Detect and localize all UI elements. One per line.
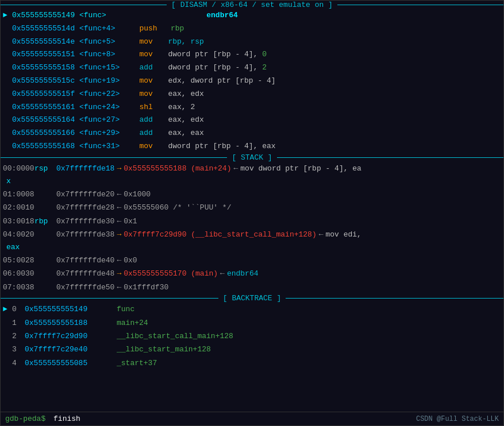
disasm-row: 0x55555555515f <func+22> mov eax, edx bbox=[1, 88, 503, 101]
stack-arrow-right: → bbox=[117, 229, 121, 241]
bt-addr: 0x555555555188 bbox=[25, 317, 117, 329]
bt-no-arrow bbox=[3, 330, 12, 342]
no-arrow bbox=[3, 127, 12, 140]
bt-sym: main+24 bbox=[117, 317, 148, 329]
stack-addr: 0x7ffffffde40 bbox=[56, 254, 114, 266]
stack-label: [ STACK ] bbox=[227, 153, 276, 162]
disasm-addr: 0x555555555161 <func+24> bbox=[12, 102, 121, 114]
stack-reg bbox=[34, 254, 56, 266]
stack-addr: 0x7ffffffde50 bbox=[56, 281, 114, 293]
stack-row: 05:0028 0x7ffffffde40 ← 0x0 bbox=[1, 254, 503, 267]
disasm-operands: rbp bbox=[157, 23, 184, 35]
disasm-header: [ DISASM / x86-64 / set emulate on ] bbox=[1, 1, 503, 9]
current-arrow: ► bbox=[3, 10, 12, 22]
stack-val: 0x1fffdf30 bbox=[124, 281, 168, 293]
stack-row-continued: eax bbox=[1, 241, 503, 253]
stack-row: 07:0038 0x7ffffffde50 ← 0x1fffdf30 bbox=[1, 281, 503, 294]
disasm-row: 0x555555555151 <func+8> mov dword ptr [r… bbox=[1, 48, 503, 61]
no-arrow bbox=[3, 88, 12, 100]
disasm-row: 0x55555555514e <func+5> mov rbp, rsp bbox=[1, 36, 503, 49]
stack-arrow-left: ← bbox=[117, 254, 121, 266]
disasm-row: 0x555555555158 <func+15> add dword ptr [… bbox=[1, 61, 503, 75]
stack-index: 00:0000 bbox=[3, 162, 34, 175]
disasm-row: ► 0x555555555149 <func> endbr64 bbox=[1, 9, 503, 22]
stack-section: 00:0000 rsp 0x7ffffffde18 → 0x5555555551… bbox=[1, 162, 503, 294]
disasm-mnemonic: mov bbox=[126, 141, 155, 153]
stack-addr: 0x7ffffffde18 bbox=[56, 162, 114, 175]
bt-no-arrow bbox=[3, 343, 12, 355]
stack-row: 06:0030 0x7ffffffde48 → 0x555555555170 (… bbox=[1, 267, 503, 280]
stack-row: 02:0010 0x7ffffffde28 ← 0x55555060 /* '`… bbox=[1, 201, 503, 214]
stack-arrow-left: ← bbox=[117, 281, 121, 293]
stack-arrow-right: → bbox=[117, 162, 121, 175]
disasm-row: 0x555555555161 <func+24> shl eax, 2 bbox=[1, 101, 503, 114]
backtrace-section: ► 0 0x555555555149 func 1 0x555555555188… bbox=[1, 303, 503, 370]
bt-sym: __libc_start_call_main+128 bbox=[117, 330, 233, 342]
disasm-row: 0x55555555514d <func+4> push rbp bbox=[1, 22, 503, 36]
stack-val: 0x1000 bbox=[124, 188, 151, 200]
no-arrow bbox=[3, 36, 12, 48]
stack-reg bbox=[34, 268, 56, 280]
disasm-row: 0x555555555164 <func+27> add eax, edx bbox=[1, 114, 503, 127]
disasm-operands: eax, edx bbox=[155, 88, 204, 100]
bt-num: 1 bbox=[12, 317, 25, 329]
disasm-addr: 0x555555555166 <func+29> bbox=[12, 127, 121, 140]
stack-addr: 0x7ffffffde20 bbox=[56, 188, 114, 200]
no-arrow bbox=[3, 141, 12, 153]
disasm-mnemonic: add bbox=[126, 127, 155, 140]
bt-sym: __libc_start_main+128 bbox=[117, 343, 211, 355]
backtrace-header: [ BACKTRACE ] bbox=[1, 294, 503, 303]
disasm-addr: 0x555555555151 <func+8> bbox=[12, 49, 121, 61]
bt-addr: 0x7ffff7c29e40 bbox=[25, 343, 117, 355]
disasm-addr: 0x555555555158 <func+15> bbox=[12, 62, 121, 74]
watermark: CSDN @Full Stack-LLK bbox=[416, 415, 499, 423]
disasm-addr: 0x55555555515f <func+22> bbox=[12, 88, 121, 100]
disasm-mnemonic: mov bbox=[126, 49, 155, 61]
disasm-operands: edx, dword ptr [rbp - 4] bbox=[155, 75, 276, 87]
stack-addr: 0x7ffffffde30 bbox=[56, 215, 114, 227]
stack-comment: endbr64 bbox=[227, 268, 259, 280]
disasm-addr: 0x55555555515c <func+19> bbox=[12, 75, 121, 87]
disasm-addr: 0x555555555164 <func+27> bbox=[12, 114, 121, 126]
stack-arrow-left: ← bbox=[319, 229, 324, 241]
disasm-mnemonic: mov bbox=[126, 75, 155, 87]
disasm-row: 0x55555555515c <func+19> mov edx, dword … bbox=[1, 75, 503, 88]
bt-num: 3 bbox=[12, 343, 25, 355]
bt-row: 3 0x7ffff7c29e40 __libc_start_main+128 bbox=[1, 343, 503, 356]
stack-index: 01:0008 bbox=[3, 188, 34, 200]
terminal: [ DISASM / x86-64 / set emulate on ] ► 0… bbox=[0, 0, 504, 426]
stack-val: 0x0 bbox=[124, 254, 137, 266]
no-arrow bbox=[3, 23, 12, 35]
disasm-operands: dword ptr [rbp - 4], 2 bbox=[155, 62, 267, 74]
no-arrow bbox=[3, 49, 12, 61]
disasm-mnemonic: mov bbox=[126, 36, 155, 48]
disasm-mnemonic: push bbox=[126, 23, 157, 35]
stack-continued: eax bbox=[6, 243, 20, 251]
stack-val: 0x55555060 /* '``PUU' */ bbox=[124, 202, 231, 214]
disasm-section: ► 0x555555555149 <func> endbr64 0x555555… bbox=[1, 9, 503, 153]
stack-reg bbox=[34, 188, 56, 200]
disasm-operands: eax, 2 bbox=[155, 102, 195, 114]
no-arrow bbox=[3, 102, 12, 114]
disasm-addr: 0x555555555168 <func+31> bbox=[12, 141, 121, 153]
bt-row: 1 0x555555555188 main+24 bbox=[1, 316, 503, 330]
stack-arrow-left: ← bbox=[117, 215, 121, 227]
bt-row: ► 0 0x555555555149 func bbox=[1, 303, 503, 316]
bt-current-arrow: ► bbox=[3, 303, 12, 315]
disasm-operands: eax, eax bbox=[155, 127, 204, 140]
stack-row: 00:0000 rsp 0x7ffffffde18 → 0x5555555551… bbox=[1, 162, 503, 175]
stack-reg bbox=[34, 229, 56, 241]
stack-addr: 0x7ffffffde48 bbox=[56, 268, 114, 280]
disasm-row: 0x555555555166 <func+29> add eax, eax bbox=[1, 127, 503, 140]
bt-addr: 0x555555555149 bbox=[25, 303, 117, 315]
stack-continued: x bbox=[6, 177, 11, 185]
disasm-mnemonic: mov bbox=[126, 88, 155, 100]
disasm-mnemonic: endbr64 bbox=[121, 10, 238, 22]
stack-reg bbox=[34, 202, 56, 214]
disasm-mnemonic: shl bbox=[126, 102, 155, 114]
bt-sym: _start+37 bbox=[117, 357, 157, 369]
stack-val: 0x7ffff7c29d90 (__libc_start_call_main+1… bbox=[124, 229, 316, 241]
bt-sym: func bbox=[117, 303, 134, 315]
stack-row: 03:0018 rbp 0x7ffffffde30 ← 0x1 bbox=[1, 215, 503, 228]
disasm-operands: rbp, rsp bbox=[155, 36, 204, 48]
